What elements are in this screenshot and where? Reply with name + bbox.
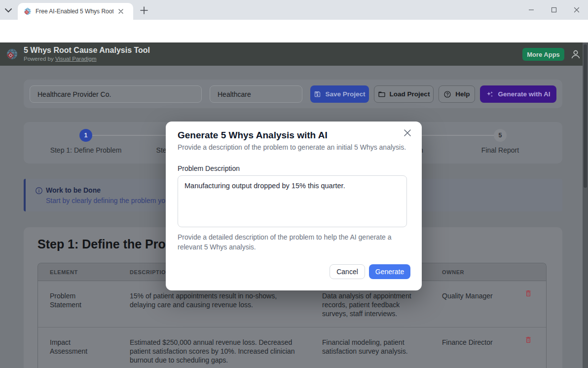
save-project-button[interactable]: Save Project (310, 85, 369, 103)
close-icon (574, 7, 580, 13)
cell-description: Estimated $250,000 annual revenue loss. … (118, 327, 316, 368)
help-icon (443, 90, 451, 98)
project-toolbar: Healthcare Provider Co. Healthcare Save … (24, 80, 562, 108)
visual-paradigm-logo-icon (6, 48, 18, 60)
sparkles-icon (486, 90, 494, 98)
window-close-button[interactable] (565, 0, 588, 20)
plus-icon (140, 6, 148, 14)
cell-owner: Quality Manager (430, 281, 516, 327)
app-title: 5 Whys Root Cause Analysis Tool (24, 46, 150, 55)
tab-search-button[interactable] (5, 5, 17, 16)
window-minimize-button[interactable] (520, 0, 543, 20)
more-apps-button[interactable]: More Apps (522, 48, 564, 61)
industry-input[interactable]: Healthcare (210, 85, 302, 103)
step-5-circle: 5 (494, 129, 507, 142)
generate-with-ai-button[interactable]: Generate with AI (480, 85, 556, 103)
column-header-element: ELEMENT (38, 263, 118, 281)
trash-icon (524, 289, 532, 297)
new-tab-button[interactable] (140, 6, 149, 15)
browser-titlebar: Free AI-Enabled 5 Whys Root C (0, 0, 588, 20)
help-button[interactable]: Help (439, 85, 475, 103)
step-indicator-5[interactable]: 5 Final Report (448, 122, 552, 164)
delete-row-button[interactable] (524, 289, 533, 298)
step-1-circle: 1 (79, 129, 92, 142)
cell-verification: Financial modeling, patient satisfaction… (316, 327, 430, 368)
step-indicator-1[interactable]: 1 Step 1: Define Problem (34, 122, 138, 164)
modal-subtitle: Provide a description of the problem to … (178, 143, 406, 151)
problem-description-textarea[interactable] (178, 175, 407, 227)
window-maximize-button[interactable] (543, 0, 565, 20)
powered-by: Powered by Visual Paradigm (24, 56, 96, 62)
maximize-icon (551, 7, 557, 13)
cell-element: Problem Statement (38, 281, 118, 327)
info-icon (35, 187, 43, 195)
visual-paradigm-link[interactable]: Visual Paradigm (55, 56, 97, 62)
app-header: 5 Whys Root Cause Analysis Tool Powered … (0, 42, 588, 66)
cell-element: Impact Assessment (38, 327, 118, 368)
cell-owner: Finance Director (430, 327, 516, 368)
step-1-label: Step 1: Define Problem (34, 146, 138, 154)
step-5-label: Final Report (448, 146, 552, 154)
page-scrollbar[interactable] (583, 42, 588, 368)
textarea-helper-text: Provide a detailed description of the pr… (178, 232, 395, 252)
modal-title: Generate 5 Whys Analysis with AI (178, 130, 328, 141)
project-name-input[interactable]: Healthcare Provider Co. (30, 85, 202, 103)
load-project-button[interactable]: Load Project (374, 85, 434, 103)
tab-close-icon[interactable] (116, 7, 125, 16)
column-header-owner: OWNER (430, 263, 516, 281)
column-header-actions (516, 263, 547, 281)
site-favicon-icon (24, 7, 32, 15)
cancel-button[interactable]: Cancel (330, 264, 365, 279)
browser-tab[interactable]: Free AI-Enabled 5 Whys Root C (18, 3, 133, 20)
folder-icon (378, 90, 386, 98)
minimize-icon (528, 7, 534, 13)
trash-icon (524, 336, 532, 344)
generate-button[interactable]: Generate (369, 264, 410, 279)
tab-title: Free AI-Enabled 5 Whys Root C (36, 8, 113, 15)
user-account-icon[interactable] (570, 49, 581, 60)
scrollbar-thumb[interactable] (584, 44, 587, 188)
browser-window: Free AI-Enabled 5 Whys Root C (0, 0, 588, 368)
problem-description-label: Problem Description (178, 164, 240, 172)
delete-row-button[interactable] (524, 335, 533, 344)
chevron-down-icon (5, 8, 12, 13)
alert-body: Start by clearly defining the problem yo… (46, 197, 173, 204)
browser-navbar: ai-toolbox.visual-paradigm.com/app/5-why… (0, 20, 588, 42)
table-row: Impact Assessment Estimated $250,000 ann… (38, 327, 546, 368)
generate-ai-modal: Generate 5 Whys Analysis with AI Provide… (166, 122, 422, 290)
alert-title: Work to be Done (46, 186, 101, 194)
modal-close-icon[interactable] (404, 128, 414, 138)
save-icon (314, 90, 321, 98)
